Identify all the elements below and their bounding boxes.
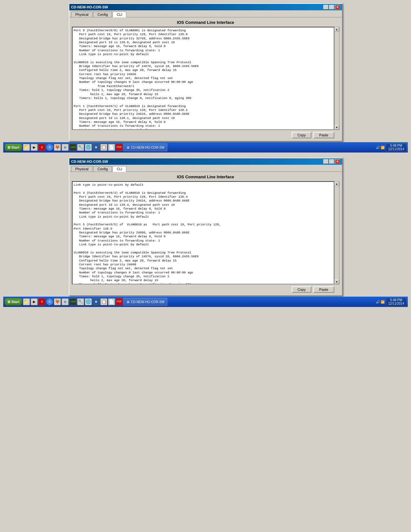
maximize-button-2[interactable]: □ bbox=[329, 159, 334, 164]
start-button-2[interactable]: ⊞ Start bbox=[5, 298, 22, 306]
taskbar-notify-icons-2: 🔊 📶 bbox=[376, 300, 385, 304]
scroll-down-1[interactable]: ▼ bbox=[335, 125, 339, 130]
taskbar-misc1-icon-2[interactable]: cmd bbox=[69, 298, 76, 305]
taskbar-chrome-icon-1[interactable]: G bbox=[46, 144, 53, 151]
title-bar-2: CD-NEW-HO-COR-SW _ □ ✕ bbox=[69, 158, 342, 165]
window-body-1: IOS Command Line Interface Port 8 (FastE… bbox=[69, 17, 342, 141]
clock-date-1: 12/11/2014 bbox=[388, 147, 404, 151]
maximize-button-1[interactable]: □ bbox=[329, 5, 334, 9]
tab-cli-2[interactable]: CLI bbox=[113, 166, 126, 172]
scrollbar-1: ▲ ▼ bbox=[334, 27, 339, 130]
minimize-button-2[interactable]: _ bbox=[323, 159, 328, 164]
taskbar-pdf-icon-1[interactable]: PDF bbox=[116, 144, 123, 151]
title-bar-controls-2: _ □ ✕ bbox=[323, 159, 340, 164]
scroll-track-2[interactable] bbox=[335, 186, 339, 280]
cli-header-2: IOS Command Line Interface bbox=[72, 174, 339, 179]
taskbar-media-icon-2[interactable]: ▶ bbox=[31, 298, 38, 305]
title-bar-controls-1: _ □ ✕ bbox=[323, 5, 340, 9]
taskbar-misc3-icon-1[interactable]: 📋 bbox=[100, 144, 107, 151]
scroll-track-1[interactable] bbox=[335, 32, 339, 125]
cli-container-2: Link type is point-to-point by default P… bbox=[72, 181, 339, 284]
start-button-1[interactable]: ⊞ Start bbox=[5, 143, 22, 151]
minimize-button-1[interactable]: _ bbox=[323, 5, 328, 9]
start-label-2: Start bbox=[11, 300, 19, 304]
taskbar-2: ⊞ Start 📁 ▶ O G 🦊 e cmd 🔧 🌐 W 📋 📄 PDF 🖥 … bbox=[3, 297, 408, 307]
cli-container-1: Port 8 (FastEthernet0/8) of VLAN0001 is … bbox=[72, 27, 339, 130]
taskbar-misc2-icon-1[interactable]: 🔧 bbox=[77, 144, 84, 151]
clock-time-1: 5:48 PM bbox=[388, 144, 404, 147]
taskbar-folder-icon-1[interactable]: 📁 bbox=[23, 144, 30, 151]
cli-header-1: IOS Command Line Interface bbox=[72, 20, 339, 25]
taskbar-misc3-icon-2[interactable]: 📋 bbox=[100, 298, 107, 305]
taskbar-outlook-icon-2[interactable]: O bbox=[38, 298, 45, 305]
tab-bar-1: Physical Config CLI bbox=[69, 10, 342, 17]
paste-button-2[interactable]: Paste bbox=[313, 286, 334, 293]
taskbar-pdf-icon-2[interactable]: PDF bbox=[116, 298, 123, 305]
tab-physical-1[interactable]: Physical bbox=[71, 12, 93, 17]
taskbar-ie-icon-2[interactable]: e bbox=[62, 298, 69, 305]
tab-config-1[interactable]: Config bbox=[93, 12, 112, 17]
clock-time-2: 5:48 PM bbox=[388, 298, 404, 302]
tab-config-2[interactable]: Config bbox=[93, 166, 112, 172]
taskbar-notify-icons-1: 🔊 📶 bbox=[376, 146, 385, 149]
clock-date-2: 12/11/2014 bbox=[388, 302, 404, 305]
window-2: CD-NEW-HO-COR-SW _ □ ✕ Physical Config C… bbox=[69, 158, 343, 296]
close-button-1[interactable]: ✕ bbox=[335, 5, 340, 9]
scroll-up-2[interactable]: ▲ bbox=[335, 182, 339, 186]
taskbar-outlook-icon-1[interactable]: O bbox=[38, 144, 45, 151]
taskbar-right-1: 🔊 📶 5:48 PM 12/11/2014 bbox=[376, 143, 406, 152]
taskbar-word-icon-2[interactable]: W bbox=[93, 298, 100, 305]
taskbar-chrome-icon-2[interactable]: G bbox=[46, 298, 53, 305]
window-title-1: CD-NEW-HO-COR-SW bbox=[71, 5, 108, 9]
taskbar-network-icon-2[interactable]: 🌐 bbox=[85, 298, 92, 305]
taskbar-app-label-2: CD-NEW-HO-COR-SW bbox=[131, 300, 164, 304]
tab-physical-2[interactable]: Physical bbox=[71, 166, 93, 172]
taskbar-folder-icon-2[interactable]: 📁 bbox=[23, 298, 30, 305]
taskbar-word-icon-1[interactable]: W bbox=[93, 144, 100, 151]
tab-bar-2: Physical Config CLI bbox=[69, 165, 342, 172]
scroll-up-1[interactable]: ▲ bbox=[335, 27, 339, 32]
taskbar-app-label-1: CD-NEW-HO-COR-SW bbox=[131, 146, 164, 149]
clock-2: 5:48 PM 12/11/2014 bbox=[386, 298, 406, 306]
button-row-2: Copy Paste bbox=[72, 286, 339, 293]
taskbar-app-btn-1[interactable]: 🖥 CD-NEW-HO-COR-SW bbox=[123, 143, 167, 151]
copy-button-1[interactable]: Copy bbox=[292, 132, 312, 138]
title-bar-1: CD-NEW-HO-COR-SW _ □ ✕ bbox=[69, 4, 342, 10]
taskbar-firefox-icon-2[interactable]: 🦊 bbox=[54, 298, 61, 305]
copy-button-2[interactable]: Copy bbox=[292, 286, 312, 293]
windows-orb-1: ⊞ bbox=[7, 145, 10, 150]
scrollbar-2: ▲ ▼ bbox=[334, 181, 339, 284]
taskbar-app-icon-2: 🖥 bbox=[126, 300, 130, 304]
window-body-2: IOS Command Line Interface Link type is … bbox=[69, 172, 342, 295]
taskbar-ie-icon-1[interactable]: e bbox=[62, 144, 69, 151]
window-1: CD-NEW-HO-COR-SW _ □ ✕ Physical Config C… bbox=[69, 3, 343, 142]
button-row-1: Copy Paste bbox=[72, 132, 339, 138]
taskbar-misc2-icon-2[interactable]: 🔧 bbox=[77, 298, 84, 305]
taskbar-1: ⊞ Start 📁 ▶ O G 🦊 e cmd 🔧 🌐 W 📋 📄 PDF 🖥 … bbox=[3, 142, 408, 153]
cli-output-2[interactable]: Link type is point-to-point by default P… bbox=[72, 181, 334, 284]
paste-button-1[interactable]: Paste bbox=[313, 132, 334, 138]
windows-orb-2: ⊞ bbox=[7, 300, 10, 304]
taskbar-media-icon-1[interactable]: ▶ bbox=[31, 144, 38, 151]
cli-output-1[interactable]: Port 8 (FastEthernet0/8) of VLAN0001 is … bbox=[72, 27, 334, 130]
taskbar-firefox-icon-1[interactable]: 🦊 bbox=[54, 144, 61, 151]
clock-1: 5:48 PM 12/11/2014 bbox=[386, 143, 406, 152]
window-title-2: CD-NEW-HO-COR-SW bbox=[71, 160, 108, 163]
close-button-2[interactable]: ✕ bbox=[335, 159, 340, 164]
taskbar-app-icon-1: 🖥 bbox=[126, 146, 130, 149]
tab-cli-1[interactable]: CLI bbox=[113, 12, 126, 17]
scroll-down-2[interactable]: ▼ bbox=[335, 280, 339, 284]
taskbar-misc4-icon-2[interactable]: 📄 bbox=[108, 298, 115, 305]
taskbar-misc4-icon-1[interactable]: 📄 bbox=[108, 144, 115, 151]
taskbar-app-btn-2[interactable]: 🖥 CD-NEW-HO-COR-SW bbox=[123, 298, 167, 306]
taskbar-right-2: 🔊 📶 5:48 PM 12/11/2014 bbox=[376, 298, 406, 306]
taskbar-network-icon-1[interactable]: 🌐 bbox=[85, 144, 92, 151]
start-label-1: Start bbox=[11, 145, 19, 149]
gap bbox=[3, 153, 408, 158]
taskbar-misc1-icon-1[interactable]: cmd bbox=[69, 144, 76, 151]
